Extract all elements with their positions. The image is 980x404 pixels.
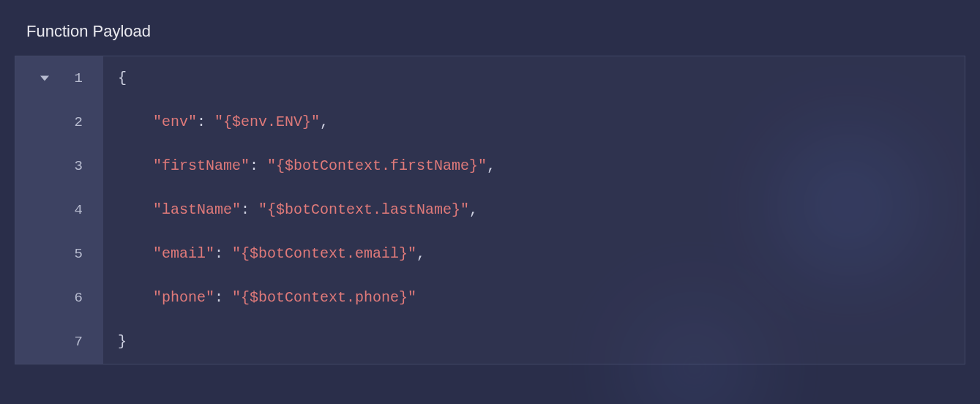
token-string: "env" bbox=[153, 115, 197, 130]
code-line[interactable]: "firstName": "{$botContext.firstName}", bbox=[118, 144, 965, 188]
gutter-row: 2 bbox=[15, 100, 103, 144]
token-string: "{$env.ENV}" bbox=[214, 115, 320, 130]
code-line[interactable]: "phone": "{$botContext.phone}" bbox=[118, 276, 965, 320]
token-string: "firstName" bbox=[153, 159, 250, 173]
code-line[interactable]: } bbox=[118, 320, 965, 364]
line-number: 7 bbox=[75, 335, 83, 349]
section-title: Function Payload bbox=[0, 0, 980, 41]
line-number: 1 bbox=[75, 72, 83, 86]
token-string: "email" bbox=[153, 247, 214, 261]
token-string: "lastName" bbox=[153, 203, 241, 217]
gutter-row: 7 bbox=[15, 320, 103, 364]
fold-arrow-icon[interactable] bbox=[40, 76, 49, 81]
token-string: "{$botContext.lastName}" bbox=[258, 203, 469, 217]
token-string: "phone" bbox=[153, 291, 214, 305]
code-area[interactable]: {"env": "{$env.ENV}","firstName": "{$bot… bbox=[103, 56, 965, 364]
editor-gutter: 1234567 bbox=[15, 56, 103, 364]
line-number: 6 bbox=[75, 291, 83, 305]
gutter-row: 3 bbox=[15, 144, 103, 188]
line-number: 3 bbox=[75, 160, 83, 173]
token-string: "{$botContext.phone}" bbox=[232, 291, 416, 305]
token-string: "{$botContext.firstName}" bbox=[267, 159, 487, 173]
code-editor[interactable]: 1234567 {"env": "{$env.ENV}","firstName"… bbox=[15, 56, 965, 364]
token-plain: : bbox=[197, 115, 214, 130]
token-plain: { bbox=[118, 71, 127, 86]
line-number: 5 bbox=[75, 247, 83, 261]
token-plain: : bbox=[214, 291, 232, 305]
code-line[interactable]: "lastName": "{$botContext.lastName}", bbox=[118, 188, 965, 232]
code-line[interactable]: "env": "{$env.ENV}", bbox=[118, 100, 965, 144]
line-number: 2 bbox=[75, 116, 83, 130]
token-plain: , bbox=[320, 115, 329, 130]
token-string: "{$botContext.email}" bbox=[232, 247, 416, 261]
line-number: 4 bbox=[75, 203, 83, 217]
token-plain: , bbox=[469, 203, 478, 217]
token-plain: : bbox=[214, 247, 232, 261]
gutter-row: 4 bbox=[15, 188, 103, 232]
gutter-row: 1 bbox=[15, 56, 103, 100]
code-line[interactable]: "email": "{$botContext.email}", bbox=[118, 232, 965, 276]
gutter-row: 5 bbox=[15, 232, 103, 276]
token-plain: } bbox=[118, 334, 127, 349]
code-line[interactable]: { bbox=[118, 56, 965, 100]
token-plain: , bbox=[416, 247, 425, 261]
gutter-row: 6 bbox=[15, 276, 103, 320]
token-plain: : bbox=[250, 159, 267, 173]
token-plain: : bbox=[241, 203, 258, 217]
token-plain: , bbox=[487, 159, 495, 173]
